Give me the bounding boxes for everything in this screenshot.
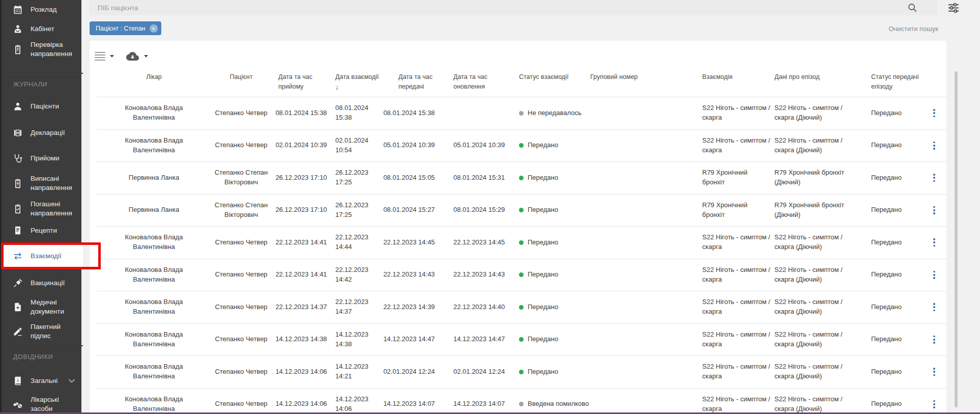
filter-sliders-icon[interactable] <box>946 1 961 15</box>
table-row[interactable]: Коновалова Влада Валентинівна Степанко Ч… <box>97 97 946 129</box>
chevron-down-icon[interactable] <box>67 376 77 386</box>
cell-appointment-datetime: 02.01.2024 10:39 <box>271 141 331 150</box>
sidebar-item-general[interactable]: Загальні <box>2 374 83 388</box>
table-row[interactable]: Коновалова Влада Валентинівна Степанко Ч… <box>97 259 946 291</box>
column-header-patient[interactable]: Пацієнт <box>211 70 271 93</box>
search-input[interactable] <box>97 4 907 12</box>
column-header-transfer-datetime[interactable]: Дата та час передачі <box>378 70 440 93</box>
row-menu-button[interactable] <box>931 301 937 313</box>
sidebar-item-label: Кабінет <box>31 24 79 34</box>
table-row[interactable]: Коновалова Влада Валентинівна Степанко Ч… <box>97 355 946 388</box>
sidebar-item-label: Погашені направлення <box>31 200 79 217</box>
sidebar-item-vaccinations[interactable]: Вакцинації <box>2 277 83 290</box>
clear-search-link[interactable]: Очистити пошук <box>888 25 938 33</box>
cell-interaction-status: Передано <box>514 367 590 377</box>
sidebar-item-referral-check[interactable]: Перевірка направлення <box>2 40 83 59</box>
cell-interaction: S22 Ніготь - симптом / скарга <box>702 265 774 285</box>
cell-episode-data: R79 Хронічний бронхіт (Діючий) <box>774 168 871 187</box>
sidebar-item-label: Лікарські засоби <box>31 395 79 413</box>
sidebar-section-directories: ДОВІДНИКИ <box>13 353 53 361</box>
sidebar-item-label: Виписані направлення <box>31 174 79 192</box>
row-menu-button[interactable] <box>931 398 937 410</box>
table-row[interactable]: Коновалова Влада Валентинівна Степанко Ч… <box>97 323 946 356</box>
table-row[interactable]: Коновалова Влада Валентинівна Степанко Ч… <box>97 291 946 323</box>
status-dot <box>519 337 524 342</box>
column-header-group-number[interactable]: Груповий номер <box>590 70 702 93</box>
export-caret-icon[interactable] <box>144 55 148 58</box>
table-row[interactable]: Первинна Ланка Степанко Степан Вікторови… <box>97 161 946 194</box>
cell-appointment-datetime: 22.12.2023 14:37 <box>271 302 331 312</box>
row-menu-button[interactable] <box>931 236 937 249</box>
cell-doctor: Коновалова Влада Валентинівна <box>97 136 211 155</box>
syringe-icon <box>13 278 23 288</box>
column-header-interaction-status[interactable]: Статус взаємодії <box>514 70 590 93</box>
vertical-scrollbar[interactable] <box>955 71 958 407</box>
density-caret-icon[interactable] <box>110 55 114 58</box>
row-menu-button[interactable] <box>931 107 937 119</box>
sidebar-item-label: Медичні документи <box>31 298 79 316</box>
row-menu-button[interactable] <box>931 140 937 152</box>
column-header-interaction[interactable]: Взаємодія <box>702 70 774 93</box>
sidebar-item-prescriptions[interactable]: Рецепти <box>2 224 83 237</box>
cell-doctor: Коновалова Влада Валентинівна <box>97 265 211 285</box>
cell-episode-status: Передано <box>871 399 922 409</box>
sidebar-item-interactions[interactable]: Взаємодії <box>2 244 83 268</box>
table-row[interactable]: Коновалова Влада Валентинівна Степанко Ч… <box>97 129 946 162</box>
cell-interaction-status: Передано <box>514 173 590 183</box>
column-header-episode-data[interactable]: Дані про епізод <box>774 70 871 93</box>
status-label: Передано <box>528 238 558 247</box>
row-density-icon[interactable] <box>95 52 105 61</box>
column-header-doctor[interactable]: Лікар <box>97 70 211 93</box>
column-header-episode-status[interactable]: Статус передачі епізоду <box>871 70 922 93</box>
row-menu-button[interactable] <box>931 172 937 184</box>
cell-interaction-status: Передано <box>514 141 590 150</box>
table-row[interactable]: Первинна Ланка Степанко Степан Вікторови… <box>97 194 946 227</box>
book-icon <box>13 376 23 386</box>
filter-chip-label: Пацієнт : Степан <box>96 25 146 32</box>
table-header-row: Лікар Пацієнт Дата та час прийому Дата в… <box>97 70 946 93</box>
cell-episode-status: Передано <box>871 205 922 215</box>
row-menu-button[interactable] <box>931 334 937 346</box>
cell-transfer-datetime: 08.01.2024 15:27 <box>378 205 440 215</box>
cell-interaction-date: 14.12.2023 14:38 <box>331 330 378 349</box>
sidebar-item-medical-documents[interactable]: Медичні документи <box>2 297 83 317</box>
sidebar-item-appointments[interactable]: Прийоми <box>2 152 83 165</box>
sidebar-item-cabinet[interactable]: Кабінет <box>2 22 83 36</box>
cell-episode-data: S22 Ніготь - симптом / скарга (Діючий) <box>774 362 871 381</box>
sidebar-item-patients[interactable]: Пацієнти <box>2 100 83 113</box>
sidebar-item-label: Розклад <box>31 5 79 14</box>
sidebar-item-batch-signature[interactable]: Пакетний підпис <box>2 325 83 338</box>
row-menu-button[interactable] <box>931 269 937 281</box>
search-icon[interactable] <box>907 2 918 13</box>
filter-chip-patient[interactable]: Пацієнт : Степан × <box>90 21 161 35</box>
sidebar-item-label: Взаємодії <box>31 252 79 261</box>
column-header-interaction-date[interactable]: Дата взаємодії ↓ <box>331 70 378 93</box>
sort-descending-icon[interactable]: ↓ <box>335 83 339 91</box>
cell-episode-status: Передано <box>871 141 922 150</box>
cell-episode-data: S22 Ніготь - симптом / скарга (Діючий) <box>774 136 871 155</box>
column-header-update-datetime[interactable]: Дата та час оновлення <box>440 70 514 93</box>
chip-close-icon[interactable]: × <box>150 24 158 33</box>
table-row[interactable]: Коновалова Влада Валентинівна Степанко Ч… <box>97 388 946 414</box>
cell-episode-data: S22 Ніготь - симптом / скарга (Діючий) <box>774 233 871 252</box>
sidebar-item-medicines[interactable]: Лікарські засоби <box>2 398 83 411</box>
sidebar-item-declarations[interactable]: Декларації <box>2 126 83 140</box>
cell-interaction-date: 26.12.2023 17:25 <box>331 168 378 187</box>
cell-episode-status: Передано <box>871 335 922 344</box>
export-download-icon[interactable] <box>126 51 139 62</box>
cell-doctor: Коновалова Влада Валентинівна <box>97 103 211 123</box>
cell-update-datetime: 14.12.2023 14:47 <box>440 335 514 344</box>
cell-update-datetime: 22.12.2023 14:40 <box>440 302 514 312</box>
sidebar-item-issued-referrals[interactable]: Виписані направлення <box>2 174 83 193</box>
sidebar-item-schedule[interactable]: Розклад <box>2 3 83 16</box>
cell-interaction-status: Введена помилково <box>514 399 590 409</box>
table-row[interactable]: Коновалова Влада Валентинівна Степанко Ч… <box>97 226 946 259</box>
person-icon <box>13 101 23 112</box>
row-menu-button[interactable] <box>931 204 937 216</box>
status-dot <box>519 305 524 310</box>
sidebar-item-redeemed-referrals[interactable]: Погашені направлення <box>2 199 83 218</box>
column-header-appointment-datetime[interactable]: Дата та час прийому <box>271 70 331 93</box>
row-menu-button[interactable] <box>931 366 937 378</box>
interactions-table-card: Лікар Пацієнт Дата та час прийому Дата в… <box>90 41 946 414</box>
cell-patient: Степанко Четвер <box>211 108 271 118</box>
